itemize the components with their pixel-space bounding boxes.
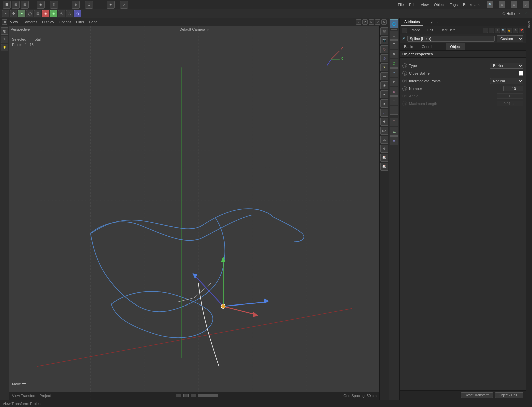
pp-edit-btn[interactable]: Edit — [425, 28, 436, 32]
coord-btn[interactable]: ⊙ — [85, 1, 93, 9]
ri-curve-btn[interactable]: ⌒ — [390, 118, 398, 126]
tb-btn7[interactable]: ◉ — [50, 10, 57, 17]
mi-btn-gear[interactable]: ⚙ — [380, 145, 388, 153]
snap-btn[interactable]: ◉ — [37, 1, 45, 9]
filter-submenu[interactable]: Filter — [74, 20, 86, 24]
tb-btn3[interactable]: ✦ — [18, 10, 25, 17]
menu-bookmarks[interactable]: Bookmarks — [463, 3, 481, 7]
number-input[interactable] — [503, 86, 523, 91]
ri-star-btn[interactable]: ❋ — [390, 50, 398, 58]
mi-btn-bl[interactable]: BL — [380, 136, 388, 144]
intermediate-dropdown[interactable]: Natural Uniform Adaptive Subdivided — [490, 78, 523, 84]
mi-btn-d1[interactable]: 🎲 — [380, 154, 388, 162]
tb-btn10[interactable]: ◑ — [74, 10, 81, 17]
viewport[interactable]: Perspective Default Camera ⤢ Selected To… — [9, 26, 379, 400]
mode-btn[interactable]: ◈ — [107, 1, 115, 9]
lt-btn2[interactable]: ✎ — [1, 36, 8, 43]
mi-btn-ball[interactable]: ● — [380, 90, 388, 98]
pp-nav3[interactable]: ↑ — [495, 28, 500, 33]
home-btn[interactable]: ⌂ — [499, 1, 505, 8]
pp-nav2[interactable]: → — [489, 28, 494, 33]
mi-btn-bar[interactable]: ▬ — [380, 72, 388, 80]
vp-icon3[interactable]: ⊡ — [369, 19, 374, 25]
tb-btn5[interactable]: ⊡ — [34, 10, 41, 17]
pp-lock[interactable]: 🔒 — [507, 28, 512, 33]
grid2-btn[interactable]: ⊟ — [21, 1, 29, 9]
top-menubar[interactable]: ☰ ⊞ ⊟ ◉ ⚙ ⊕ ⊙ ◈ ▷ File Edit View Object … — [0, 0, 532, 9]
custom-dropdown[interactable]: Custom — [497, 35, 523, 42]
tab-attributes[interactable]: Attributes — [401, 18, 423, 26]
mi-btn-mx[interactable]: MX — [380, 127, 388, 135]
mi-btn-open[interactable]: ◌ — [380, 109, 388, 117]
tb-btn2[interactable]: ✤ — [10, 10, 17, 17]
ri-diamond-btn[interactable]: ◈ — [390, 87, 398, 96]
type-dropdown[interactable]: Bezier — [490, 63, 523, 69]
mi-btn-cam[interactable]: 📷 — [380, 36, 388, 44]
display-submenu[interactable]: Display — [40, 20, 56, 24]
layout-btn[interactable]: ☰ — [3, 1, 11, 9]
tb-btn1[interactable]: ≡ — [2, 10, 9, 17]
search-btn[interactable]: 🔍 — [487, 1, 493, 8]
mi-btn-half[interactable]: ◗ — [380, 99, 388, 108]
ri-box-btn[interactable]: □ — [390, 31, 398, 40]
vp-zoom-btn1[interactable] — [176, 394, 181, 397]
view-menu-icon[interactable]: ☰ — [2, 19, 7, 25]
menu-file[interactable]: File — [398, 3, 404, 7]
vp-timeline[interactable] — [198, 394, 218, 397]
viewport-canvas[interactable]: Y X — [9, 26, 379, 400]
ri-text-btn[interactable]: T — [390, 40, 398, 49]
vp-icon4[interactable]: ⤢ — [375, 19, 380, 25]
vp-icon1[interactable]: ↓ — [356, 19, 361, 25]
mi-btn-hex[interactable]: ⬡ — [380, 45, 388, 53]
mi-btn-d2[interactable]: 🎲 — [380, 163, 388, 171]
mi-btn-ring[interactable]: ◉ — [380, 81, 388, 89]
ri-arrow-up-btn[interactable]: ↑ — [390, 96, 398, 105]
tab-layers[interactable]: Layers — [423, 18, 441, 26]
menu-tags[interactable]: Tags — [450, 3, 458, 7]
subtab-object[interactable]: Object — [446, 43, 465, 50]
helix-check[interactable]: ✓ — [517, 11, 522, 16]
lt-btn3[interactable]: 💡 — [1, 44, 8, 51]
pp-settings[interactable]: ⚙ — [513, 28, 518, 33]
subtab-coordinates[interactable]: Coordinates — [417, 43, 446, 50]
vp-zoom-btn2[interactable] — [183, 394, 189, 397]
ri-cube-btn[interactable]: ⬡ — [390, 59, 398, 68]
pp-mode-btn[interactable]: Mode — [409, 28, 423, 32]
panel-submenu[interactable]: Panel — [87, 20, 100, 24]
pp-userdata-btn[interactable]: User Data — [438, 28, 458, 32]
view-submenu[interactable]: View — [8, 20, 20, 24]
ri-gear-btn[interactable]: ⚙ — [390, 78, 398, 86]
ri-particles-btn[interactable]: ✦ — [390, 68, 398, 77]
mi-btn-circle[interactable]: ◎ — [380, 54, 388, 62]
pp-search[interactable]: 🔍 — [501, 28, 506, 33]
tb-btn9[interactable]: ◬ — [66, 10, 73, 17]
menu-view[interactable]: View — [421, 3, 429, 7]
options-submenu[interactable]: Options — [57, 20, 73, 24]
vp-icon5[interactable]: ⊖ — [381, 19, 387, 25]
ri-world-btn[interactable]: 🌐 — [390, 19, 398, 28]
menu-object[interactable]: Object — [434, 3, 445, 7]
lt-btn1[interactable]: ⊕ — [1, 27, 8, 35]
tailor-tab[interactable]: Tailor — [527, 21, 531, 29]
pp-menu-icon[interactable]: ☰ — [402, 28, 407, 33]
object-deli-btn[interactable]: Object / Deli... — [495, 392, 523, 398]
helix-check2[interactable]: ✓ — [523, 11, 529, 16]
mi-btn-sun[interactable]: ☀ — [380, 63, 388, 71]
tb-btn4[interactable]: ◯ — [26, 10, 33, 17]
maximize-btn[interactable]: ⤢ — [523, 1, 529, 8]
cameras-submenu[interactable]: Cameras — [21, 20, 40, 24]
tb-btn8[interactable]: ◎ — [58, 10, 65, 17]
grid-btn[interactable]: ⊞ — [12, 1, 20, 9]
mi-btn-film[interactable]: 🎬 — [380, 27, 388, 35]
close-spline-checkbox[interactable] — [519, 71, 523, 76]
mi-btn-plus[interactable]: ✚ — [380, 118, 388, 126]
pp-pin[interactable]: 📌 — [519, 28, 524, 33]
ri-arrow-dn-btn[interactable]: ↓ — [390, 106, 398, 115]
vp-icon2[interactable]: ⟳ — [362, 19, 368, 25]
settings-btn[interactable]: ⚙ — [50, 1, 58, 9]
transform-btn[interactable]: ⊕ — [72, 1, 80, 9]
ri-network-btn[interactable]: ⋈ — [390, 136, 398, 145]
spline-name-input[interactable] — [407, 36, 495, 42]
render-btn[interactable]: ▷ — [120, 1, 128, 9]
pp-nav1[interactable]: ← — [483, 28, 488, 33]
